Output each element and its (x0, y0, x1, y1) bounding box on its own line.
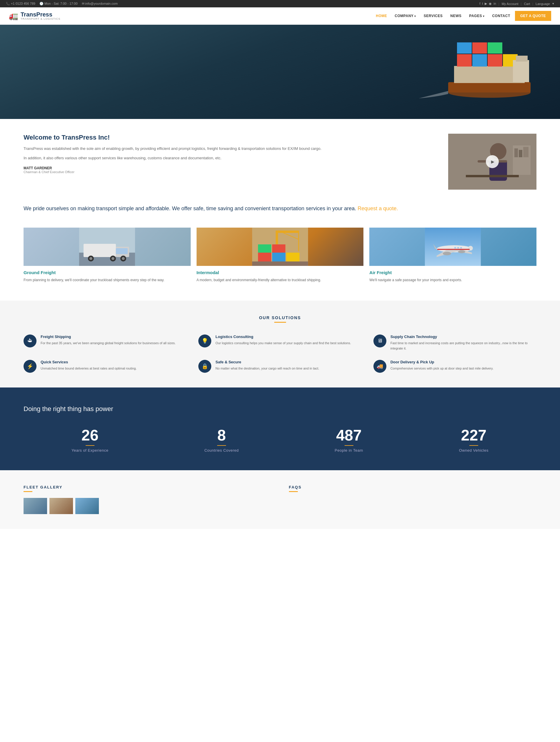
stat-experience-label: Years of Experience (71, 448, 108, 453)
stats-tagline: Doing the right thing has power (23, 405, 537, 413)
svg-rect-5 (472, 54, 487, 66)
logo-text-block: TransPress TRANSPORT & LOGISTICS (20, 11, 60, 20)
stat-divider-2 (217, 445, 226, 446)
svg-rect-42 (258, 245, 271, 253)
freight-shipping-icon: ⛴ (23, 334, 37, 348)
gallery-thumb-2[interactable] (49, 498, 73, 514)
safe-secure-icon: 🔒 (198, 360, 211, 373)
svg-rect-55 (457, 247, 459, 249)
logistics-consulting-icon: 💡 (198, 334, 211, 348)
divider: | (499, 2, 499, 6)
envelope-icon: ✉ (82, 2, 85, 5)
request-quote-link[interactable]: Request a quote. (357, 206, 398, 211)
faqs-col: FAQS (289, 485, 537, 514)
svg-point-28 (90, 257, 93, 260)
logo: 🚛 TransPress TRANSPORT & LOGISTICS (9, 11, 60, 20)
logistics-consulting-text: Logistics Consulting Our logistics consu… (215, 334, 351, 346)
facebook-icon[interactable]: f (480, 2, 480, 6)
twitter-icon[interactable]: t (482, 2, 483, 6)
solutions-grid: ⛴ Freight Shipping For the past 35 years… (23, 334, 537, 373)
bottom-section: FLEET GALLERY FAQS (0, 470, 560, 529)
freight-shipping-text: Freight Shipping For the past 35 years, … (41, 334, 176, 346)
freight-shipping-title: Freight Shipping (41, 334, 176, 339)
svg-rect-11 (513, 60, 529, 82)
safe-secure-desc: No matter what the destination, your car… (215, 366, 319, 371)
svg-rect-39 (258, 253, 271, 261)
stat-countries: 8 Countries Covered (204, 428, 239, 453)
main-nav: HOME COMPANY SERVICES NEWS PAGES CONTACT… (373, 11, 551, 21)
stat-experience-number: 26 (71, 428, 108, 443)
fleet-gallery-col: FLEET GALLERY (23, 485, 271, 514)
solutions-section: OUR SOLUTIONS ⛴ Freight Shipping For the… (0, 301, 560, 387)
welcome-para2: In addition, it also offers various othe… (23, 155, 436, 161)
solution-supply-chain: 🖥 Supply Chain Technology Fast time to m… (374, 334, 537, 351)
air-freight-image (369, 228, 537, 266)
svg-rect-44 (252, 261, 308, 266)
stat-vehicles-number: 227 (459, 428, 489, 443)
faqs-title: FAQS (289, 485, 537, 489)
ground-freight-image (23, 228, 191, 266)
door-delivery-text: Door Delivery & Pick Up Comprehensive se… (391, 360, 494, 371)
door-delivery-title: Door Delivery & Pick Up (391, 360, 494, 364)
welcome-video[interactable] (448, 134, 537, 190)
stat-vehicles-label: Owned Vehicles (459, 448, 489, 453)
quick-services-desc: Unmatched time bound deliveries at best … (41, 366, 137, 371)
stats-section: Doing the right thing has power 26 Years… (0, 387, 560, 470)
logo-truck-icon: 🚛 (9, 11, 18, 20)
service-card-ground: Ground Freight From planning to delivery… (23, 228, 191, 283)
linkedin-icon[interactable]: in (494, 2, 496, 6)
stat-people: 487 People in Team (335, 428, 363, 453)
svg-rect-25 (83, 244, 116, 257)
service-card-air: Air Freight We'll navigate a safe passag… (369, 228, 537, 283)
get-quote-button[interactable]: GET A QUOTE (515, 11, 551, 21)
svg-rect-43 (272, 245, 285, 253)
intermodal-desc: A modern, budget and environmentally-fri… (197, 277, 364, 283)
quick-services-text: Quick Services Unmatched time bound deli… (41, 360, 137, 371)
nav-news[interactable]: NEWS (447, 12, 464, 20)
gallery-thumb-1[interactable] (23, 498, 47, 514)
divider3: | (533, 2, 533, 6)
logistics-consulting-title: Logistics Consulting (215, 334, 351, 339)
ground-freight-desc: From planning to delivery, we'll coordin… (23, 277, 191, 283)
solution-door-delivery: 🚚 Door Delivery & Pick Up Comprehensive … (374, 360, 537, 373)
gallery-thumb-3[interactable] (75, 498, 99, 514)
logo-tagline: TRANSPORT & LOGISTICS (20, 17, 60, 20)
nav-company[interactable]: COMPANY (392, 12, 419, 20)
stat-divider-4 (469, 445, 478, 446)
freight-shipping-desc: For the past 35 years, we've been arrang… (41, 341, 176, 346)
tagline-text: We pride ourselves on making transport s… (23, 204, 537, 213)
hours-info: 🕐 Mon - Sat: 7:00 - 17:00 (40, 2, 78, 6)
svg-rect-6 (488, 54, 502, 66)
solution-logistics-consulting: 💡 Logistics Consulting Our logistics con… (198, 334, 361, 351)
solutions-title: OUR SOLUTIONS (23, 315, 537, 320)
author-name: MATT GARDNER (23, 166, 436, 170)
faqs-underline (289, 491, 298, 492)
play-button[interactable] (486, 155, 499, 168)
fleet-gallery-underline (23, 491, 33, 492)
intermodal-title: Intermodal (197, 270, 364, 275)
stat-divider-3 (345, 445, 353, 446)
stat-experience: 26 Years of Experience (71, 428, 108, 453)
language-selector[interactable]: Language (536, 2, 550, 6)
supply-chain-desc: Fast time to market and increasing costs… (391, 341, 537, 351)
nav-contact[interactable]: CONTACT (489, 12, 513, 20)
rss-icon[interactable]: ◉ (489, 2, 492, 6)
youtube-icon[interactable]: ▶ (485, 2, 487, 6)
stats-grid: 26 Years of Experience 8 Countries Cover… (23, 428, 537, 453)
solutions-underline (274, 322, 286, 323)
email-info: ✉ info@yourdomain.com (82, 2, 118, 6)
nav-home[interactable]: HOME (373, 12, 390, 20)
nav-services[interactable]: SERVICES (421, 12, 446, 20)
my-account-link[interactable]: My Account (502, 2, 518, 6)
tagline-section: We pride ourselves on making transport s… (0, 204, 560, 225)
solution-quick-services: ⚡ Quick Services Unmatched time bound de… (23, 360, 186, 373)
stat-people-number: 487 (335, 428, 363, 443)
service-card-intermodal: Intermodal A modern, budget and environm… (197, 228, 364, 283)
svg-rect-56 (460, 247, 462, 249)
stat-divider-1 (86, 445, 95, 446)
svg-rect-10 (488, 42, 502, 54)
cart-link[interactable]: Cart (524, 2, 530, 6)
nav-pages[interactable]: PAGES (466, 12, 487, 20)
author-title: Chairman & Chief Executive Officer (23, 170, 436, 174)
logo-name: TransPress (20, 11, 60, 17)
